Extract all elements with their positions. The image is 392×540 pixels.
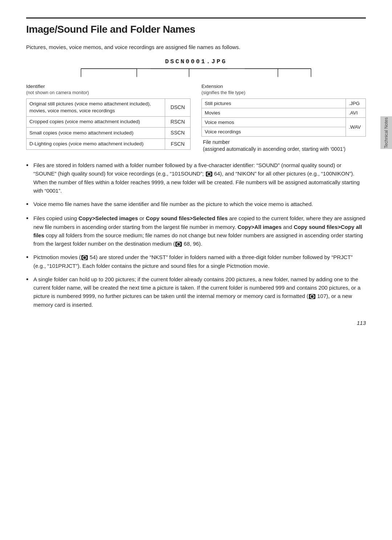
intro-text: Pictures, movies, voice memos, and voice… (26, 43, 366, 52)
list-item: • A single folder can hold up to 200 pic… (26, 275, 366, 309)
tables-row: Identifier (not shown on camera monitor)… (26, 83, 366, 153)
bracket-lines (54, 66, 338, 83)
camera-icon (81, 255, 88, 260)
id-desc: Original still pictures (voice memo atta… (26, 98, 165, 116)
camera-icon (206, 172, 212, 177)
table-row: Cropped copies (voice memo attachment in… (26, 116, 191, 128)
bullet-symbol: • (26, 214, 33, 223)
identifier-label: Identifier (not shown on camera monitor) (26, 83, 191, 96)
ext-type: Movies (202, 108, 346, 117)
ext-value: .AVI (346, 108, 366, 117)
list-item-text: A single folder can hold up to 200 pictu… (33, 275, 366, 309)
table-row: Voice memos .WAV (202, 117, 366, 127)
ext-type: Voice recordings (202, 127, 346, 136)
id-code: RSCN (165, 116, 191, 128)
identifier-table: Original still pictures (voice memo atta… (26, 98, 191, 150)
ext-type: Still pictures (202, 98, 346, 108)
id-code: FSCN (165, 138, 191, 150)
list-item-text: Files copied using Copy>Selected images … (33, 214, 366, 248)
list-item: • Voice memo file names have the same id… (26, 200, 366, 209)
id-desc: Cropped copies (voice memo attachment in… (26, 116, 165, 128)
id-desc: Small copies (voice memo attachment incl… (26, 128, 165, 139)
list-item: • Files are stored in folders named with… (26, 161, 366, 195)
extension-table: Still pictures .JPG Movies .AVI Voice me… (201, 98, 366, 137)
ext-value: .JPG (346, 98, 366, 108)
page-title: Image/Sound File and Folder Names (26, 17, 366, 35)
extension-label: Extension (signifies the file type) (201, 83, 366, 96)
diagram: DSCN0001.JPG Identifier (26, 58, 366, 153)
left-section: Identifier (not shown on camera monitor)… (26, 83, 191, 150)
list-item-text: Pictmotion movies ( 54) are stored under… (33, 253, 366, 270)
id-code: DSCN (165, 98, 191, 116)
side-label: Technical Notes (384, 117, 389, 148)
camera-icon (309, 294, 315, 299)
table-row: Small copies (voice memo attachment incl… (26, 128, 191, 139)
right-section: Extension (signifies the file type) Stil… (191, 83, 366, 153)
table-row: Still pictures .JPG (202, 98, 366, 108)
side-tab: Technical Notes (380, 116, 392, 149)
filenumber-note: File number (assigned automatically in a… (201, 139, 366, 153)
table-row: Voice recordings (202, 127, 366, 136)
bullet-symbol: • (26, 275, 33, 284)
list-item-text: Voice memo file names have the same iden… (33, 200, 366, 208)
ext-value: .WAV (346, 117, 366, 136)
bullet-symbol: • (26, 161, 33, 170)
table-row: D-Lighting copies (voice memo attachment… (26, 138, 191, 150)
id-desc: D-Lighting copies (voice memo attachment… (26, 138, 165, 150)
page: Image/Sound File and Folder Names Pictur… (0, 0, 392, 348)
ext-type: Voice memos (202, 117, 346, 127)
bullet-symbol: • (26, 253, 33, 262)
table-row: Original still pictures (voice memo atta… (26, 98, 191, 116)
list-item: • Files copied using Copy>Selected image… (26, 214, 366, 248)
bullet-symbol: • (26, 200, 33, 209)
filename-label: DSCN0001.JPG (165, 58, 227, 65)
list-item-text: Files are stored in folders named with a… (33, 161, 366, 195)
id-code: SSCN (165, 128, 191, 139)
page-number: 113 (26, 320, 366, 326)
list-item: • Pictmotion movies ( 54) are stored und… (26, 253, 366, 270)
bullet-list: • Files are stored in folders named with… (26, 161, 366, 309)
camera-icon (175, 242, 182, 247)
table-row: Movies .AVI (202, 108, 366, 117)
